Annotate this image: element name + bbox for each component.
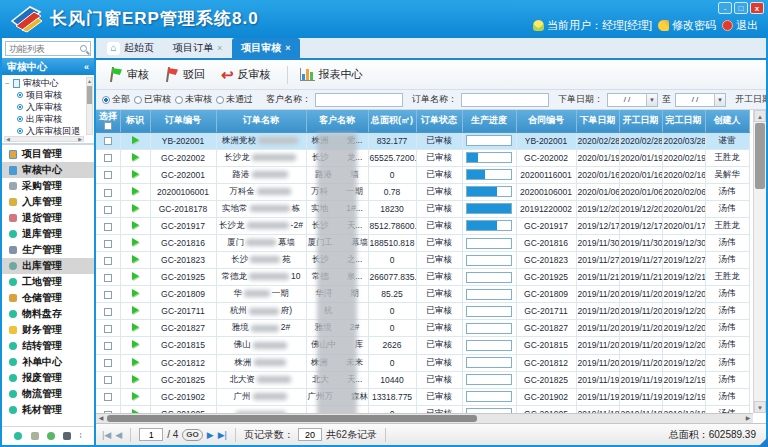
column-header-contract[interactable]: 合同编号 bbox=[516, 110, 576, 132]
page-number-input[interactable] bbox=[139, 428, 163, 441]
反审核-button[interactable]: ↩反审核 bbox=[216, 63, 280, 86]
scroll-down-icon[interactable]: ▼ bbox=[754, 401, 766, 413]
column-header-creator[interactable]: 创建人 bbox=[705, 110, 749, 132]
column-header-customer[interactable]: 客户名称 bbox=[306, 110, 368, 132]
customer-name-input[interactable] bbox=[315, 93, 403, 107]
cart-icon[interactable] bbox=[31, 432, 39, 440]
first-page-button[interactable]: |◀ bbox=[102, 430, 111, 440]
horizontal-scroll-thumb[interactable] bbox=[107, 415, 477, 422]
sidebar-item-物流管理[interactable]: 物流管理 bbox=[2, 386, 94, 402]
sidebar-item-入库管理[interactable]: 入库管理 bbox=[2, 194, 94, 210]
row-checkbox[interactable] bbox=[104, 171, 112, 179]
sidebar-item-补单中心[interactable]: 补单中心 bbox=[2, 354, 94, 370]
chevron-down-icon[interactable]: ▼ bbox=[714, 94, 725, 106]
报表中心-button[interactable]: 报表中心 bbox=[295, 63, 372, 86]
scroll-right-icon[interactable]: ▶ bbox=[743, 414, 753, 423]
radio-未通过[interactable]: 未通过 bbox=[216, 93, 253, 106]
column-header-flag[interactable]: 标识 bbox=[120, 110, 150, 132]
leaf-icon[interactable] bbox=[47, 432, 55, 440]
chevron-down-icon[interactable]: ▼ bbox=[646, 94, 657, 106]
close-button[interactable]: x bbox=[750, 2, 764, 14]
row-checkbox[interactable] bbox=[104, 376, 112, 384]
row-checkbox[interactable] bbox=[104, 325, 112, 333]
sidebar-item-财务管理[interactable]: 财务管理 bbox=[2, 322, 94, 338]
order-name-input[interactable] bbox=[461, 93, 549, 107]
row-checkbox[interactable] bbox=[104, 137, 112, 145]
row-checkbox[interactable] bbox=[104, 359, 112, 367]
sidebar-item-工地管理[interactable]: 工地管理 bbox=[2, 274, 94, 290]
resize-grip[interactable] bbox=[758, 437, 768, 447]
tree-horizontal-scrollbar[interactable]: ◀▶ bbox=[4, 136, 84, 142]
column-header-status[interactable]: 订单状态 bbox=[416, 110, 462, 132]
table-row[interactable]: GC-201902广州广州万森林13318.775已审核GC-201902201… bbox=[96, 388, 749, 405]
tab-起始页[interactable]: ⌂起始页 bbox=[98, 38, 163, 58]
vertical-scrollbar[interactable]: ▲ ▼ bbox=[753, 110, 766, 413]
more-icon[interactable]: ⁞ bbox=[79, 432, 81, 440]
sidebar-item-出库管理[interactable]: 出库管理 bbox=[2, 258, 94, 274]
table-row[interactable]: GC-201816厦门幕墙厦门工幕墙188510.818已审核GC-201816… bbox=[96, 234, 749, 251]
table-row[interactable]: GC-201812株洲株洲未来0已审核GC-2018122019/11/2020… bbox=[96, 354, 749, 371]
tree-vertical-scrollbar[interactable]: ▲ bbox=[86, 77, 93, 135]
table-row[interactable]: GC-201815佛山佛山中库2626已审核GC-2018152019/11/2… bbox=[96, 337, 749, 354]
table-row[interactable]: GC-201823长沙苑长沙之...0已审核GC-2018232019/11/2… bbox=[96, 252, 749, 269]
table-row[interactable]: GC-201827雅境2#雅境2#0已审核GC-2018272019/11/20… bbox=[96, 320, 749, 337]
function-search-input[interactable] bbox=[9, 44, 80, 54]
sidebar-item-仓储管理[interactable]: 仓储管理 bbox=[2, 290, 94, 306]
logout-button[interactable]: 退出 bbox=[722, 18, 758, 33]
驳回-button[interactable]: 驳回 bbox=[160, 63, 214, 86]
column-header-order_name[interactable]: 订单名称 bbox=[216, 110, 306, 132]
row-checkbox[interactable] bbox=[104, 342, 112, 350]
column-header-progress[interactable]: 生产进度 bbox=[462, 110, 516, 132]
vertical-scroll-thumb[interactable] bbox=[755, 123, 765, 189]
column-header-order_date[interactable]: 下单日期 bbox=[576, 110, 619, 132]
table-row[interactable]: 20200106001万科金万科一期0.78已审核202001060012020… bbox=[96, 183, 749, 200]
last-page-button[interactable]: ▶| bbox=[218, 430, 227, 440]
scroll-left-icon[interactable]: ◀ bbox=[6, 137, 10, 141]
row-checkbox[interactable] bbox=[104, 308, 112, 316]
row-checkbox[interactable] bbox=[104, 393, 112, 401]
prev-page-button[interactable]: ◀ bbox=[115, 430, 122, 440]
table-row[interactable]: GC-201809华一期华浔期85.25已审核GC-2018092019/11/… bbox=[96, 286, 749, 303]
dot-icon[interactable] bbox=[14, 432, 22, 440]
select-all-checkbox[interactable] bbox=[104, 122, 112, 130]
order-date-from-picker[interactable]: / /▼ bbox=[607, 93, 658, 107]
table-row[interactable]: YB-202001株洲党校株洲党...832.177已审核YB-20200120… bbox=[96, 132, 749, 149]
function-search[interactable] bbox=[5, 41, 91, 56]
sidebar-item-采购管理[interactable]: 采购管理 bbox=[2, 178, 94, 194]
row-checkbox[interactable] bbox=[104, 240, 112, 248]
maximize-button[interactable]: □ bbox=[734, 2, 748, 14]
table-row[interactable]: GC-201711杭州府)杭0已审核GC-2017112019/11/20201… bbox=[96, 303, 749, 320]
table-row[interactable]: GC-201925常德龙10常德泉...266077.835..已审核GC-20… bbox=[96, 269, 749, 286]
tree-root-audit-center[interactable]: − 审核中心 bbox=[5, 77, 86, 89]
page-size-input[interactable] bbox=[298, 428, 322, 441]
order-date-to-picker[interactable]: / /▼ bbox=[675, 93, 726, 107]
sidebar-item-耗材管理[interactable]: 耗材管理 bbox=[2, 402, 94, 418]
sidebar-item-审核中心[interactable]: 审核中心 bbox=[2, 162, 94, 178]
table-row[interactable]: GC-202001路港路港墙0已审核202001160012020/01/162… bbox=[96, 166, 749, 183]
column-header-area[interactable]: 总面积(㎡) bbox=[368, 110, 416, 132]
tree-item-出库审核[interactable]: 出库审核 bbox=[5, 113, 86, 125]
table-row[interactable]: GC-201825北大资北大天...10440已审核GC-2018252019/… bbox=[96, 371, 749, 388]
column-header-finish_date[interactable]: 完工日期 bbox=[662, 110, 705, 132]
scroll-up-icon[interactable]: ▲ bbox=[754, 110, 766, 122]
change-password-button[interactable]: 修改密码 bbox=[658, 18, 716, 33]
close-tab-icon[interactable]: × bbox=[217, 43, 222, 53]
sidebar-item-项目管理[interactable]: 项目管理 bbox=[2, 146, 94, 162]
sidebar-item-结转管理[interactable]: 结转管理 bbox=[2, 338, 94, 354]
radio-全部[interactable]: 全部 bbox=[102, 93, 130, 106]
row-checkbox[interactable] bbox=[104, 189, 112, 197]
sidebar-item-退货管理[interactable]: 退货管理 bbox=[2, 210, 94, 226]
row-checkbox[interactable] bbox=[104, 206, 112, 214]
sidebar-item-物料盘存[interactable]: 物料盘存 bbox=[2, 306, 94, 322]
row-checkbox[interactable] bbox=[104, 223, 112, 231]
scroll-left-icon[interactable]: ◀ bbox=[96, 414, 106, 423]
tab-项目审核[interactable]: 项目审核× bbox=[232, 38, 299, 58]
sidebar-item-退库管理[interactable]: 退库管理 bbox=[2, 226, 94, 242]
row-checkbox[interactable] bbox=[104, 291, 112, 299]
tree-item-入库审核[interactable]: 入库审核 bbox=[5, 101, 86, 113]
row-checkbox[interactable] bbox=[104, 274, 112, 282]
go-button[interactable]: GO bbox=[182, 429, 202, 441]
scroll-up-icon[interactable]: ▲ bbox=[87, 78, 92, 85]
next-page-button[interactable]: ▶ bbox=[207, 430, 214, 440]
sidebar-item-报废管理[interactable]: 报废管理 bbox=[2, 370, 94, 386]
